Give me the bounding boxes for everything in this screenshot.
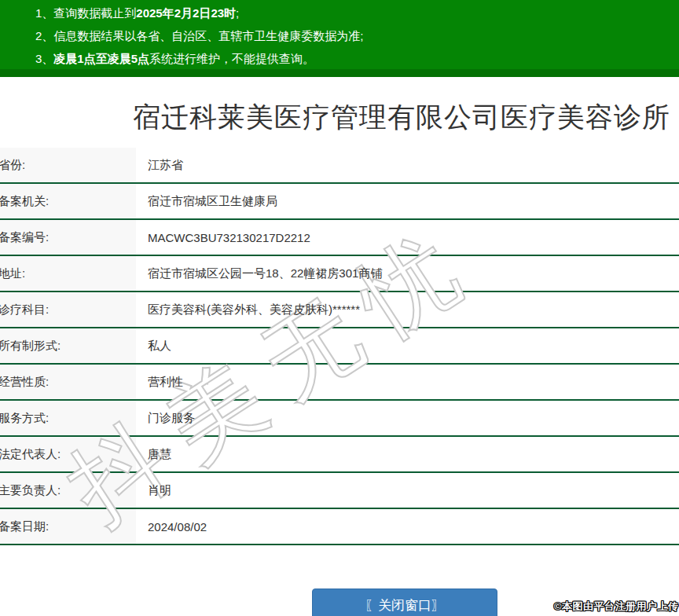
field-label: 备案编号:: [0, 220, 136, 255]
notice-text-bold: 凌晨1点至凌晨5点: [53, 52, 149, 65]
table-row: 主要负责人: 肖明: [0, 473, 679, 509]
notice-number: 2、: [35, 29, 53, 42]
field-label: 诊疗科目:: [0, 292, 136, 327]
notice-item: 2、信息数据结果以各省、自治区、直辖市卫生健康委数据为准;: [0, 24, 679, 47]
field-value: 宿迁市宿城区公园一号18、22幢裙房301商铺: [136, 256, 679, 291]
field-label: 地址:: [0, 256, 136, 291]
field-label: 经营性质:: [0, 365, 136, 399]
notice-text-pre: 查询数据截止到: [53, 6, 136, 20]
table-row: 地址: 宿迁市宿城区公园一号18、22幢裙房301商铺: [0, 256, 679, 292]
copyright-watermark: ©本图由平台注册用户上传: [554, 600, 679, 614]
notice-banner: 1、查询数据截止到2025年2月2日23时; 2、信息数据结果以各省、自治区、直…: [0, 0, 679, 77]
notice-item: 3、凌晨1点至凌晨5点系统进行维护，不能提供查询。: [0, 47, 679, 70]
notice-number: 3、: [35, 52, 53, 65]
field-value: MACWC3BU732130217D2212: [136, 220, 679, 255]
table-row: 备案日期: 2024/08/02: [0, 509, 679, 545]
notice-number: 1、: [35, 6, 53, 20]
table-row: 所有制形式: 私人: [0, 328, 679, 365]
field-value: 江苏省: [136, 148, 679, 182]
field-value: 医疗美容科(美容外科、美容皮肤科)******: [136, 292, 679, 327]
table-row: 服务方式: 门诊服务: [0, 401, 679, 437]
table-row: 诊疗科目: 医疗美容科(美容外科、美容皮肤科)******: [0, 292, 679, 328]
notice-text-post: ;: [236, 6, 239, 20]
table-row: 备案机关: 宿迁市宿城区卫生健康局: [0, 184, 679, 220]
page-title: 宿迁科莱美医疗管理有限公司医疗美容诊所: [133, 99, 670, 136]
notice-text-bold: 2025年2月2日23时: [136, 6, 236, 20]
field-value: 2024/08/02: [136, 509, 679, 544]
institution-info-table: 省份: 江苏省 备案机关: 宿迁市宿城区卫生健康局 备案编号: MACWC3BU…: [0, 148, 679, 545]
field-value: 门诊服务: [136, 401, 679, 435]
table-row: 经营性质: 营利性: [0, 365, 679, 401]
close-window-button[interactable]: 〖关闭窗口〗: [312, 588, 497, 616]
field-label: 备案机关:: [0, 184, 136, 218]
notice-text-pre: 信息数据结果以各省、自治区、直辖市卫生健康委数据为准;: [53, 29, 363, 42]
field-value: 唐慧: [136, 437, 679, 471]
table-row: 省份: 江苏省: [0, 148, 679, 184]
field-value: 私人: [136, 328, 679, 363]
notice-text-post: 系统进行维护，不能提供查询。: [149, 52, 314, 65]
field-value: 营利性: [136, 365, 679, 399]
field-label: 所有制形式:: [0, 328, 136, 363]
field-label: 省份:: [0, 148, 136, 182]
table-row: 法定代表人: 唐慧: [0, 437, 679, 473]
field-value: 宿迁市宿城区卫生健康局: [136, 184, 679, 218]
field-label: 主要负责人:: [0, 473, 136, 508]
field-label: 服务方式:: [0, 401, 136, 435]
table-row: 备案编号: MACWC3BU732130217D2212: [0, 220, 679, 256]
notice-item: 1、查询数据截止到2025年2月2日23时;: [0, 2, 679, 24]
field-value: 肖明: [136, 473, 679, 508]
field-label: 备案日期:: [0, 509, 136, 544]
field-label: 法定代表人:: [0, 437, 136, 471]
